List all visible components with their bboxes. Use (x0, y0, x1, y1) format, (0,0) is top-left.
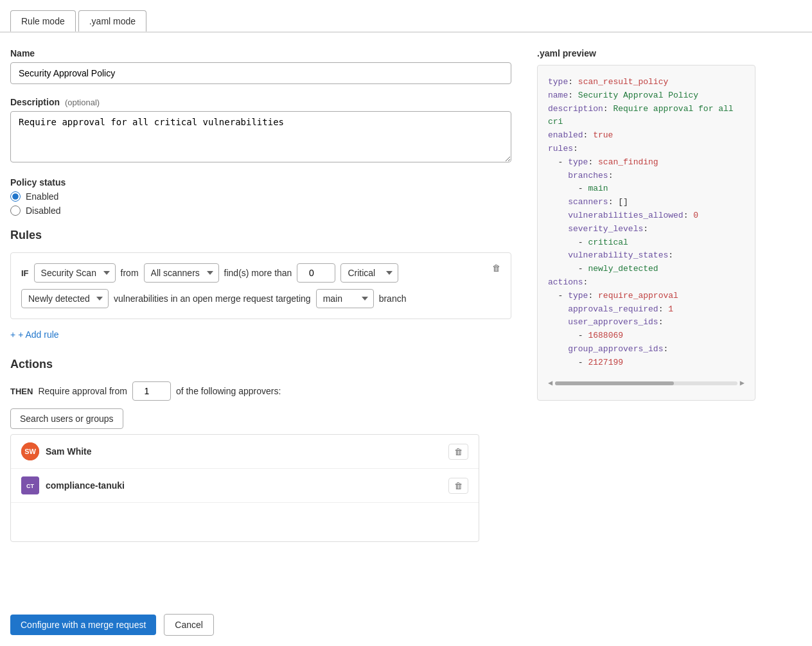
approvers-empty-space (11, 503, 479, 541)
actions-section: Actions THEN Require approval from of th… (10, 358, 511, 542)
description-label: Description (optional) (10, 97, 511, 107)
sam-avatar-svg: SW (21, 442, 39, 460)
severity-select[interactable]: Critical High Medium Low (340, 263, 398, 283)
main-content: Name Description (optional) Require appr… (0, 33, 812, 604)
approver-item-sam: SW Sam White 🗑 (11, 435, 479, 469)
mode-tabs: Rule mode .yaml mode (0, 0, 812, 32)
yaml-key-8: - main (548, 184, 608, 193)
approver-info-sam: SW Sam White (21, 442, 92, 460)
yaml-key-4: enabled: true (548, 130, 613, 140)
rule-delete-button[interactable]: 🗑 (490, 261, 503, 275)
status-enabled-option[interactable]: Enabled (10, 191, 511, 202)
remove-compliance-button[interactable]: 🗑 (448, 478, 468, 494)
rule-row-2: Newly detected Detected Confirmed Dismis… (21, 289, 500, 308)
require-text: Require approval from (38, 386, 127, 396)
yaml-preview-content: type: scan_result_policy name: Security … (537, 65, 755, 401)
yaml-key-13: vulnerability_states: (548, 250, 673, 260)
yaml-key-3: description: Require approval for all cr… (548, 104, 734, 127)
approver-name-sam: Sam White (46, 446, 92, 457)
avatar-sam: SW (21, 442, 39, 460)
right-panel: .yaml preview type: scan_result_policy n… (537, 48, 755, 588)
then-row: THEN Require approval from of the follow… (10, 381, 511, 401)
radio-group: Enabled Disabled (10, 191, 511, 216)
yaml-key-21: - 2127199 (548, 358, 623, 367)
yaml-key-12: - critical (548, 238, 628, 247)
add-rule-label: + Add rule (18, 329, 58, 340)
yaml-preview-title: .yaml preview (537, 48, 755, 58)
status-disabled-option[interactable]: Disabled (10, 205, 511, 216)
yaml-key-17: approvals_required: 1 (548, 304, 673, 314)
yaml-key-9: scanners: [] (548, 197, 628, 207)
all-scanners-select[interactable]: All scanners (144, 263, 219, 283)
yaml-key-2: name: Security Approval Policy (548, 91, 698, 100)
search-users-button[interactable]: Search users or groups (10, 408, 123, 429)
from-text: from (121, 268, 139, 278)
yaml-key-5: rules: (548, 144, 578, 153)
yaml-key-14: - newly_detected (548, 264, 658, 274)
left-panel: Name Description (optional) Require appr… (10, 48, 511, 588)
branch-select[interactable]: main develop master (316, 289, 374, 308)
vuln-text: vulnerabilities in an open merge request… (114, 293, 311, 304)
if-label: IF (21, 268, 29, 278)
compliance-avatar-svg: CT (21, 476, 39, 494)
search-users-label: Search users or groups (20, 414, 114, 424)
rules-section: Rules 🗑 IF Security Scan from (10, 229, 511, 342)
trash-icon-compliance: 🗑 (454, 481, 463, 491)
approval-count-input[interactable] (132, 381, 171, 401)
yaml-key-16: - type: require_approval (548, 291, 678, 301)
yaml-key-1: type: scan_result_policy (548, 77, 668, 87)
enabled-radio[interactable] (10, 191, 21, 202)
add-rule-button[interactable]: + + Add rule (10, 327, 59, 342)
tab-rule-mode[interactable]: Rule mode (10, 10, 76, 31)
yaml-key-15: actions: (548, 277, 588, 287)
plus-icon: + (10, 329, 15, 340)
yaml-scrollbar-track (555, 381, 737, 385)
of-text: of the following approvers: (176, 386, 281, 396)
policy-status-section: Policy status Enabled Disabled (10, 177, 511, 216)
scroll-left-arrow[interactable]: ◀ (548, 378, 552, 390)
description-input[interactable]: Require approval for all critical vulner… (10, 111, 511, 162)
yaml-key-19: - 1688069 (548, 331, 623, 340)
trash-icon: 🗑 (492, 263, 500, 273)
avatar-compliance: CT (21, 476, 39, 494)
then-label: THEN (10, 387, 33, 396)
rule-card: 🗑 IF Security Scan from All scanners fi (10, 252, 511, 319)
optional-label: (optional) (65, 98, 100, 107)
page-container: Rule mode .yaml mode Name Description (o… (0, 0, 812, 646)
yaml-key-7: branches: (548, 171, 613, 180)
remove-sam-button[interactable]: 🗑 (448, 444, 468, 460)
svg-text:CT: CT (26, 483, 34, 489)
yaml-key-6: - type: scan_finding (548, 157, 658, 167)
yaml-key-11: severity_levels: (548, 224, 648, 234)
rule-row-1: IF Security Scan from All scanners find(… (21, 263, 500, 283)
name-input[interactable] (10, 62, 511, 84)
branch-text: branch (379, 293, 407, 304)
cancel-button[interactable]: Cancel (164, 614, 214, 636)
yaml-key-18: user_approvers_ids: (548, 317, 663, 327)
enabled-label: Enabled (26, 191, 58, 202)
disabled-label: Disabled (26, 205, 60, 216)
disabled-radio[interactable] (10, 205, 21, 216)
approvers-list: SW Sam White 🗑 (10, 434, 479, 542)
scanner-type-select[interactable]: Security Scan (34, 263, 116, 283)
yaml-scrollbar-thumb[interactable] (555, 381, 673, 385)
yaml-key-20: group_approvers_ids: (548, 344, 668, 354)
approver-info-compliance: CT compliance-tanuki (21, 476, 125, 494)
approver-item-compliance: CT compliance-tanuki 🗑 (11, 469, 479, 503)
yaml-scrollbar-container: ◀ ▶ (548, 378, 745, 390)
name-label: Name (10, 48, 511, 58)
name-section: Name (10, 48, 511, 84)
footer-actions: Configure with a merge request Cancel (0, 604, 812, 646)
vuln-state-select[interactable]: Newly detected Detected Confirmed Dismis… (21, 289, 109, 308)
rules-title: Rules (10, 229, 511, 242)
description-section: Description (optional) Require approval … (10, 97, 511, 164)
policy-status-label: Policy status (10, 177, 511, 188)
trash-icon-sam: 🗑 (454, 447, 463, 457)
configure-merge-request-button[interactable]: Configure with a merge request (10, 615, 156, 635)
scroll-right-arrow[interactable]: ▶ (740, 378, 745, 390)
finds-text: find(s) more than (224, 268, 292, 278)
finds-number-input[interactable] (297, 263, 335, 283)
actions-title: Actions (10, 358, 511, 371)
tab-yaml-mode[interactable]: .yaml mode (78, 10, 146, 31)
approver-name-compliance: compliance-tanuki (46, 480, 125, 491)
